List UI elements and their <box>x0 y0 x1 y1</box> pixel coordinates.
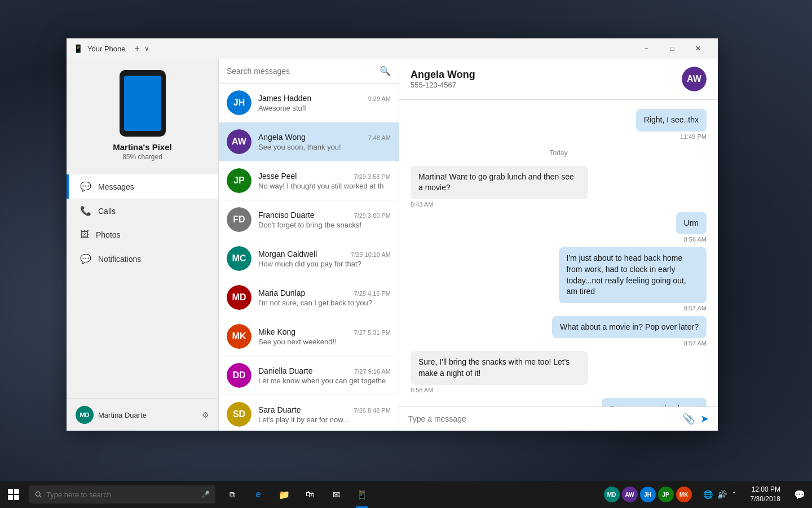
message-bubble: Right, I see..thx <box>636 109 707 132</box>
search-input[interactable] <box>227 67 375 76</box>
avatar: MD <box>227 285 251 310</box>
message-sent: What about a movie in? Pop over later? 8… <box>552 316 707 347</box>
phone-name: Martina's Pixel <box>113 142 171 152</box>
conversation-header: Franciso Duarte 7/29 3:00 PM <box>258 211 391 220</box>
chat-contact-name: Angela Wong <box>411 69 682 81</box>
store-button[interactable]: 🛍 <box>298 481 323 508</box>
network-icon[interactable]: 🌐 <box>703 490 713 499</box>
conversation-item[interactable]: SD Sara Duarte 7/26 8:48 PM Let's play i… <box>219 395 399 431</box>
conversation-time: 7/27 5:31 PM <box>354 329 391 336</box>
sidebar-footer: MD Martina Duarte ⚙ <box>67 398 218 431</box>
svg-rect-1 <box>14 489 19 494</box>
taskbar-search[interactable]: 🎤 <box>29 485 215 503</box>
chat-header: Angela Wong 555-123-4567 AW <box>399 59 718 100</box>
file-explorer-button[interactable]: 📁 <box>272 481 297 508</box>
avatar-initials: JP <box>227 168 251 193</box>
maximize-button[interactable]: □ <box>659 38 685 59</box>
conversation-name: Mike Kong <box>258 327 295 336</box>
send-icon[interactable]: ➤ <box>700 413 709 425</box>
notification-button[interactable]: 💬 <box>787 481 812 508</box>
conversation-item[interactable]: AW Angela Wong 7:48 AM See you soon, tha… <box>219 122 399 161</box>
taskbar-avatar-4[interactable]: JP <box>658 487 674 502</box>
volume-icon[interactable]: 🔊 <box>717 490 727 499</box>
conversation-header: Mike Kong 7/27 5:31 PM <box>258 327 391 336</box>
conversation-time: 7/28 4:15 PM <box>354 290 391 297</box>
sidebar-item-calls[interactable]: 📞 Calls <box>67 199 218 223</box>
conversation-preview: No way! I thought you still worked at th <box>258 182 391 190</box>
conversation-preview: See you next weekend!! <box>258 338 391 346</box>
conversation-item[interactable]: MC Morgan Caldwell 7/29 10:10 AM How muc… <box>219 239 399 278</box>
minimize-button[interactable]: − <box>633 38 659 59</box>
sidebar-item-notifications[interactable]: 💬 Notifications <box>67 247 218 271</box>
taskbar-avatar-1[interactable]: MD <box>604 487 620 502</box>
avatar: AW <box>227 129 251 154</box>
message-time: 8:58 AM <box>411 387 588 393</box>
mail-button[interactable]: ✉ <box>324 481 348 508</box>
conversation-item[interactable]: JH James Hadden 9:29 AM Awesome stuff <box>219 84 399 122</box>
conversation-item[interactable]: MD Maria Dunlap 7/28 4:15 PM I'm not sur… <box>219 278 399 317</box>
svg-point-4 <box>36 492 40 496</box>
conversation-name: Daniella Duarte <box>258 366 313 375</box>
avatar: JH <box>227 90 251 115</box>
message-input-area: 📎 ➤ <box>399 406 718 431</box>
window-controls: − □ ✕ <box>633 38 711 59</box>
chat-messages: Right, I see..thx 11:49 PM Today Martina… <box>399 100 718 406</box>
taskbar-search-input[interactable] <box>46 491 197 499</box>
new-tab-button[interactable]: + <box>134 43 139 54</box>
avatar: SD <box>227 402 251 427</box>
edge-button[interactable]: e <box>246 481 271 508</box>
conversation-preview: Let me know when you can get togethe <box>258 376 391 385</box>
date-divider: Today <box>411 149 707 157</box>
avatar-initials: FD <box>227 207 251 232</box>
conversation-info: Angela Wong 7:48 AM See you soon, thank … <box>258 133 391 151</box>
message-sent: Right, I see..thx 11:49 PM <box>636 109 707 140</box>
photos-icon: 🖼 <box>80 230 89 240</box>
microphone-icon: 🎤 <box>201 491 210 498</box>
conversation-info: Mike Kong 7/27 5:31 PM See you next week… <box>258 327 391 346</box>
message-sent: I'm just about to head back home from wo… <box>559 247 707 311</box>
taskbar-avatar-5[interactable]: MK <box>676 487 692 502</box>
conversation-header: Sara Duarte 7/26 8:48 PM <box>258 405 391 414</box>
conversation-name: Franciso Duarte <box>258 211 315 220</box>
attachment-icon[interactable]: 📎 <box>682 413 695 425</box>
conversation-time: 7/29 3:58 PM <box>354 173 391 180</box>
notifications-icon: 💬 <box>80 253 91 264</box>
conversation-item[interactable]: DD Daniella Duarte 7/27 9:16 AM Let me k… <box>219 356 399 395</box>
conversation-preview: Let's play it by ear for now... <box>258 415 391 424</box>
conversation-info: Jesse Peel 7/29 3:58 PM No way! I though… <box>258 172 391 190</box>
close-button[interactable]: ✕ <box>685 38 711 59</box>
message-time: 8:56 AM <box>676 236 707 243</box>
conversation-item[interactable]: MK Mike Kong 7/27 5:31 PM See you next w… <box>219 317 399 356</box>
conversation-item[interactable]: JP Jesse Peel 7/29 3:58 PM No way! I tho… <box>219 161 399 200</box>
start-button[interactable] <box>0 481 27 508</box>
conversation-name: Jesse Peel <box>258 172 297 181</box>
taskbar-avatar-3[interactable]: JH <box>640 487 656 502</box>
chat-avatar-initials: AW <box>682 67 707 91</box>
conversation-name: Morgan Caldwell <box>258 249 317 259</box>
tab-dropdown-button[interactable]: ∨ <box>144 45 149 52</box>
chat-area: Angela Wong 555-123-4567 AW Right, I see… <box>399 59 718 431</box>
message-bubble: Urm <box>676 212 707 235</box>
taskbar-clock[interactable]: 12:00 PM 7/30/2018 <box>744 485 787 504</box>
conversation-time: 7/29 3:00 PM <box>354 212 391 219</box>
conversation-item[interactable]: FD Franciso Duarte 7/29 3:00 PM Don't fo… <box>219 200 399 239</box>
messages-icon: 💬 <box>80 181 91 192</box>
taskbar-avatar-2[interactable]: AW <box>622 487 638 502</box>
conversation-preview: See you soon, thank you! <box>258 143 391 151</box>
avatar-initials: JH <box>227 90 251 115</box>
phone-info: Martina's Pixel 85% charged <box>67 59 218 170</box>
messages-label: Messages <box>98 182 134 191</box>
sidebar-item-photos[interactable]: 🖼 Photos <box>67 223 218 247</box>
svg-line-5 <box>39 496 41 497</box>
task-view-button[interactable]: ⧉ <box>220 481 245 508</box>
clock-time: 12:00 PM <box>752 485 780 494</box>
phone-app-button[interactable]: 📱 <box>350 481 374 508</box>
calls-icon: 📞 <box>80 205 91 216</box>
avatar: FD <box>227 207 251 232</box>
message-input[interactable] <box>408 414 677 423</box>
svg-rect-3 <box>14 495 19 500</box>
settings-icon[interactable]: ⚙ <box>202 410 209 419</box>
sidebar-item-messages[interactable]: 💬 Messages <box>67 174 218 199</box>
svg-rect-2 <box>8 495 13 500</box>
conversation-time: 7:48 AM <box>368 134 391 141</box>
